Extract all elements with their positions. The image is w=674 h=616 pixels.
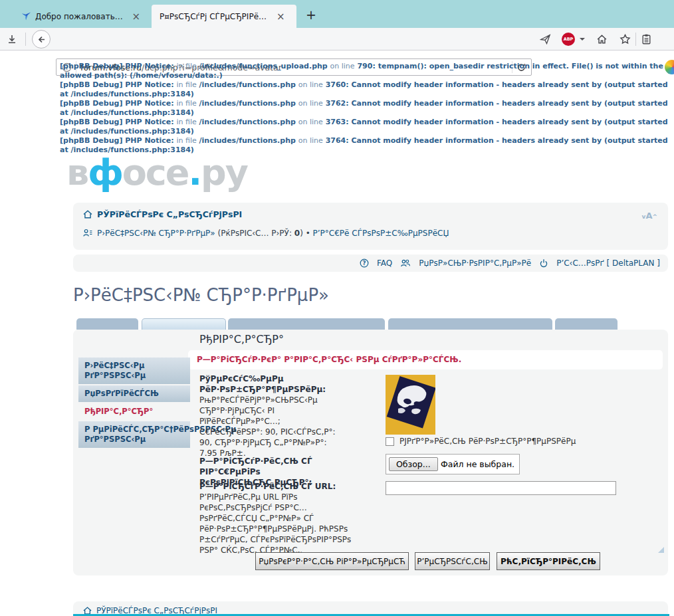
ucp-tab-profile-active[interactable] bbox=[142, 318, 226, 330]
sidebar-item-signature[interactable]: РџРѕРґРїРёСЃСЊ bbox=[78, 385, 190, 402]
close-tab-icon[interactable]: × bbox=[275, 11, 287, 23]
home-icon[interactable] bbox=[596, 33, 608, 45]
browser-tab-bar: Добро пожаловать в ва... × Р¤РѕСЂСѓРј СЃ… bbox=[0, 0, 674, 28]
site-logo[interactable]: вфосе.ру bbox=[66, 152, 247, 194]
subnav-panel: ? FAQ РџРѕР»СЊР·РѕРІР°С‚РµР»Рё Р’С‹С…РѕР… bbox=[73, 255, 668, 272]
php-debug-notices: [phpBB Debug] PHP Notice: in file /inclu… bbox=[60, 62, 674, 155]
toolbar-separator bbox=[25, 33, 26, 46]
close-tab-icon[interactable]: × bbox=[130, 11, 142, 23]
delete-avatar-row: РЈРґР°Р»РёС‚СЊ РёР·РѕР±СЂР°Р¶РµРЅРёРµ bbox=[386, 437, 576, 446]
page-title: Р›РёС‡РЅС‹Р№ СЂР°Р·РґРµР» bbox=[73, 285, 329, 305]
adblock-dropdown-caret-icon[interactable] bbox=[580, 38, 585, 41]
ucp-tab-strip bbox=[73, 318, 668, 330]
send-page-icon[interactable] bbox=[540, 33, 551, 45]
ucp-tab-private-messages[interactable] bbox=[388, 318, 552, 330]
tab-title: Р¤РѕСЂСѓРј СЃРµСЂРІРёСЃР°... bbox=[160, 12, 269, 21]
font-size-control[interactable]: vA^ bbox=[642, 211, 657, 221]
site-favicon bbox=[21, 11, 31, 21]
tab-title: Добро пожаловать в ва... bbox=[35, 12, 124, 21]
svg-text:?: ? bbox=[363, 260, 366, 266]
delete-avatar-checkbox[interactable] bbox=[386, 437, 394, 446]
new-tab-button[interactable]: + bbox=[300, 6, 322, 23]
browse-button[interactable]: Обзор... bbox=[389, 457, 438, 471]
your-messages-link[interactable]: Р’Р°С€Рё СЃРѕРѕР±С‰РµРЅРёСЏ bbox=[313, 229, 449, 238]
browser-tab-forum-active[interactable]: Р¤РѕСЂСѓРј СЃРµСЂРІРёСЃР°... × bbox=[152, 5, 296, 28]
members-icon bbox=[400, 258, 411, 268]
reset-button[interactable]: Р’РµСЂРЅСѓС‚СЊ bbox=[415, 552, 490, 570]
ucp-tab-groups[interactable] bbox=[555, 318, 618, 330]
faq-link[interactable]: FAQ bbox=[377, 258, 392, 268]
section-title: РђРІР°С‚Р°СЂР° bbox=[199, 333, 284, 346]
download-icon[interactable] bbox=[7, 34, 17, 45]
bookmarks-sidebar-icon[interactable] bbox=[641, 33, 652, 45]
current-image-note: РњР°РєСЃРёРјР°Р»СЊРЅС‹Рµ СЂР°Р·РјРµСЂС‹ … bbox=[199, 395, 336, 458]
header-panel: РЎРїРёСЃРѕРє С„РѕСЂСѓРјРѕРІ vA^ Р›РёС‡РЅ… bbox=[73, 203, 668, 250]
show-gallery-button[interactable]: РџРѕРєР°Р·Р°С‚СЊ РіР°Р»РµСЂРµСЋ bbox=[255, 552, 409, 570]
browser-window: Добро пожаловать в ва... × Р¤РѕСЂСѓРј СЃ… bbox=[0, 0, 674, 616]
breadcrumb-forum-index-link[interactable]: РЎРїРёСЃРѕРє С„РѕСЂСѓРјРѕРІ bbox=[97, 209, 242, 219]
browser-tab-welcome[interactable]: Добро пожаловать в ва... × bbox=[16, 5, 148, 28]
ucp-tab-overview[interactable] bbox=[76, 318, 138, 330]
forum-home-icon bbox=[82, 209, 93, 219]
submit-button[interactable]: РћС‚РїСЂР°РІРёС‚СЊ bbox=[497, 552, 600, 570]
php-debug-notice: [phpBB Debug] PHP Notice: in file /inclu… bbox=[60, 62, 674, 80]
no-file-text: Файл не выбран. bbox=[441, 459, 514, 469]
sidebar-item-personal-data[interactable]: Р›РёС‡РЅС‹Рµ РґР°РЅРЅС‹Рµ bbox=[78, 358, 190, 384]
ucp-main-panel: РђРІР°С‚Р°СЂР° Р—Р°РіСЂСѓР·РєР° Р°РІР°С‚… bbox=[73, 330, 668, 575]
url-upload-note: Р’РІРµРґРёС‚Рµ URL РїРѕ РєРѕС‚РѕСЂРѕРјСѓ… bbox=[199, 492, 351, 555]
file-input[interactable]: Обзор... Файл не выбран. bbox=[386, 454, 520, 474]
panel-corner-decoration bbox=[658, 547, 664, 553]
bullet-separator: • bbox=[306, 229, 310, 238]
ucp-link[interactable]: Р›РёС‡РЅС‹Р№ СЂР°Р·РґРµР» bbox=[97, 229, 215, 238]
ucp-sidebar-menu: Р›РёС‡РЅС‹Рµ РґР°РЅРЅС‹Рµ РџРѕРґРїРёСЃСЊ… bbox=[78, 358, 190, 449]
pm-count: (РќРѕРІС‹С… Р›РЎ: 0) bbox=[218, 229, 303, 238]
members-link[interactable]: РџРѕР»СЊР·РѕРІР°С‚РµР»Рё bbox=[419, 258, 531, 268]
adblock-icon[interactable]: ABP bbox=[562, 33, 575, 46]
logout-power-icon bbox=[539, 258, 548, 268]
sidebar-item-avatar-active[interactable]: РђРІР°С‚Р°СЂР° bbox=[78, 403, 190, 420]
delete-avatar-label: РЈРґР°Р»РёС‚СЊ РёР·РѕР±СЂР°Р¶РµРЅРёРµ bbox=[399, 437, 576, 446]
faq-question-icon: ? bbox=[360, 258, 369, 268]
back-button[interactable] bbox=[32, 30, 51, 49]
member-card-icon bbox=[82, 228, 93, 238]
php-debug-notice: [phpBB Debug] PHP Notice: in file /inclu… bbox=[60, 80, 674, 99]
url-upload-label: Р—Р°РіСЂСѓР·РёС‚СЊ СЃ URL: Р’РІРµРґРёС‚Р… bbox=[199, 481, 354, 556]
avatar-url-input[interactable] bbox=[386, 481, 616, 495]
sidebar-item-registration-data[interactable]: Р РµРіРёСЃС‚СЂР°С†РёРѕРЅРЅС‹Рµ РґР°РЅРЅС… bbox=[78, 421, 190, 448]
avatar-image bbox=[386, 375, 435, 435]
logout-link[interactable]: Р’С‹С…РѕРґ [ DeltaPLAN ] bbox=[556, 258, 660, 268]
error-message: Р—Р°РіСЂСѓР·РєР° Р°РІР°С‚Р°СЂС‹ РЅРµ СѓР… bbox=[188, 350, 663, 369]
php-debug-notice: [phpBB Debug] PHP Notice: in file /inclu… bbox=[60, 99, 674, 118]
ucp-tab-preferences[interactable] bbox=[228, 318, 385, 330]
bookmark-star-icon[interactable] bbox=[619, 33, 631, 45]
browser-toolbar: forum.vfose.ru/ucp.php?i=profile&mode=av… bbox=[0, 28, 674, 51]
current-image-label: РўРµРєСѓС‰РµРµ РёР·РѕР±СЂР°Р¶РµРЅРёРµ: Р… bbox=[199, 373, 336, 459]
php-debug-notice: [phpBB Debug] PHP Notice: in file /inclu… bbox=[60, 118, 674, 136]
toolbar-separator bbox=[635, 33, 636, 46]
